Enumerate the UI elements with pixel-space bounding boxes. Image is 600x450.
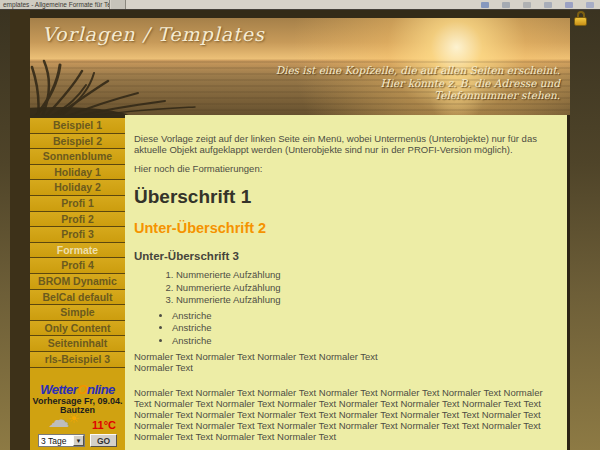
forecast-range-value: 3 Tage bbox=[41, 436, 66, 446]
logo-text: nline bbox=[87, 382, 115, 397]
site-header-image: Vorlagen / Templates Dies ist eine Kopfz… bbox=[30, 18, 570, 115]
sidebar-menu: Beispiel 1Beispiel 2SonnenblumeHoliday 1… bbox=[30, 115, 125, 368]
header-tagline: Dies ist eine Kopfzeile, die auf allen S… bbox=[276, 64, 560, 102]
site-container: Vorlagen / Templates Dies ist eine Kopfz… bbox=[10, 10, 570, 450]
heading-3: Unter-Überschrift 3 bbox=[134, 250, 555, 263]
lock-body bbox=[574, 17, 587, 26]
sidebar-item-profi-2[interactable]: Profi 2 bbox=[30, 212, 125, 228]
cloud-sun-icon: ☀ ☁ bbox=[46, 413, 88, 431]
browser-tab[interactable]: emplates - Allgemeine Formate für Texte … bbox=[0, 0, 110, 9]
sidebar-item-profi-3[interactable]: Profi 3 bbox=[30, 227, 125, 243]
weather-controls: 3 Tage ▼ GO bbox=[30, 434, 125, 447]
sidebar-item-belcal-default[interactable]: BelCal default bbox=[30, 290, 125, 306]
wetteronline-logo[interactable]: WetterOnline bbox=[30, 383, 125, 396]
sidebar-item-beispiel-1[interactable]: Beispiel 1 bbox=[30, 118, 125, 134]
numbered-list-item: Nummerierte Aufzählung bbox=[176, 294, 555, 307]
toolbar-icon[interactable] bbox=[481, 2, 489, 8]
normal-text-line: Normaler Text bbox=[134, 362, 193, 373]
bullet-list-item: Anstriche bbox=[172, 322, 555, 335]
site-title: Vorlagen / Templates bbox=[42, 23, 265, 45]
sidebar-item-sonnenblume[interactable]: Sonnenblume bbox=[30, 149, 125, 165]
normal-text-line: Normaler Text Normaler Text Normaler Tex… bbox=[134, 351, 378, 362]
chevron-down-icon[interactable]: ▼ bbox=[73, 435, 84, 446]
sidebar-item-beispiel-2[interactable]: Beispiel 2 bbox=[30, 134, 125, 150]
sidebar-item-brom-dynamic[interactable]: BROM Dynamic bbox=[30, 274, 125, 290]
sun-icon: ☀ bbox=[68, 411, 80, 426]
toolbar-icon[interactable] bbox=[565, 2, 573, 8]
toolbar-icon[interactable] bbox=[502, 2, 510, 8]
lock-icon bbox=[574, 11, 588, 26]
cloud-icon: ☁ bbox=[48, 408, 69, 432]
sidebar-item-holiday-1[interactable]: Holiday 1 bbox=[30, 165, 125, 181]
normal-text-paragraph: Normaler Text Normaler Text Normaler Tex… bbox=[134, 351, 555, 373]
toolbar-icon[interactable] bbox=[523, 2, 531, 8]
heading-1: Überschrift 1 bbox=[134, 186, 555, 208]
weather-row: ☀ ☁ 11°C bbox=[30, 415, 125, 432]
sidebar-item-profi-4[interactable]: Profi 4 bbox=[30, 258, 125, 274]
browser-toolbar-icons bbox=[481, 2, 594, 8]
numbered-list-item: Nummerierte Aufzählung bbox=[176, 269, 555, 282]
browser-tab-stub[interactable] bbox=[111, 0, 126, 9]
browser-tab-title: emplates - Allgemeine Formate für Texte … bbox=[3, 1, 110, 8]
toolbar-icon[interactable] bbox=[586, 2, 594, 8]
normal-text-paragraph-long: Normaler Text Normaler Text Normaler Tex… bbox=[134, 387, 555, 442]
sidebar: Beispiel 1Beispiel 2SonnenblumeHoliday 1… bbox=[30, 115, 125, 450]
sidebar-item-profi-1[interactable]: Profi 1 bbox=[30, 196, 125, 212]
intro-paragraph: Diese Vorlage zeigt auf der linken Seite… bbox=[134, 133, 555, 155]
logo-text: Wetter bbox=[40, 382, 77, 397]
bullet-list: AnstricheAnstricheAnstriche bbox=[134, 310, 555, 348]
tagline-line: Dies ist eine Kopfzeile, die auf allen S… bbox=[276, 64, 560, 77]
weather-widget: WetterOnline Vorhersage Fr, 09.04. Bautz… bbox=[30, 383, 125, 447]
numbered-list-item: Nummerierte Aufzählung bbox=[176, 282, 555, 295]
toolbar-icon[interactable] bbox=[544, 2, 552, 8]
logo-sun-o-icon: O bbox=[77, 382, 87, 397]
dune-grass-icon bbox=[30, 59, 260, 115]
screen: emplates - Allgemeine Formate für Texte … bbox=[0, 0, 600, 450]
main-content: Diese Vorlage zeigt auf der linken Seite… bbox=[125, 115, 570, 450]
intro-paragraph-2: Hier noch die Formatierungen: bbox=[134, 163, 555, 174]
tagline-line: Hier könnte z. B. die Adresse und bbox=[276, 77, 560, 90]
weather-temperature: 11°C bbox=[92, 419, 116, 431]
go-button[interactable]: GO bbox=[90, 434, 117, 447]
sidebar-item-simple[interactable]: Simple bbox=[30, 305, 125, 321]
sidebar-item-rls-beispiel-3[interactable]: rls-Beispiel 3 bbox=[30, 352, 125, 368]
bullet-list-item: Anstriche bbox=[172, 310, 555, 323]
site-left-border bbox=[10, 10, 30, 450]
page-background: Vorlagen / Templates Dies ist eine Kopfz… bbox=[0, 10, 600, 450]
sidebar-item-only-content[interactable]: Only Content bbox=[30, 321, 125, 337]
sidebar-item-formate[interactable]: Formate bbox=[30, 243, 125, 259]
sidebar-item-holiday-2[interactable]: Holiday 2 bbox=[30, 180, 125, 196]
sidebar-item-seiteninhalt[interactable]: Seiteninhalt bbox=[30, 336, 125, 352]
numbered-list: Nummerierte AufzählungNummerierte Aufzäh… bbox=[134, 269, 555, 307]
bullet-list-item: Anstriche bbox=[172, 335, 555, 348]
heading-2: Unter-Überschrift 2 bbox=[134, 220, 555, 237]
browser-tab-bar: emplates - Allgemeine Formate für Texte … bbox=[0, 0, 600, 10]
forecast-range-select[interactable]: 3 Tage ▼ bbox=[38, 434, 85, 447]
tagline-line: Telefonnummer stehen. bbox=[276, 89, 560, 102]
